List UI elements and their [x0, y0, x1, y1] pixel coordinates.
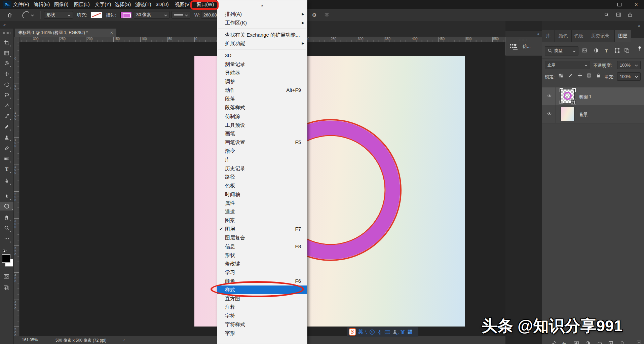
menubar-item-9[interactable]: 视图(V)	[175, 0, 191, 9]
layer-thumbnail[interactable]	[561, 107, 575, 121]
menu-item-14[interactable]: 仿制源	[217, 112, 307, 121]
menu-item-26[interactable]: 图案	[217, 216, 307, 225]
visibility-eye-icon[interactable]	[546, 112, 553, 118]
layer-name[interactable]: 背景	[579, 112, 588, 118]
menu-item-2[interactable]: 工作区(K)▶	[217, 18, 307, 27]
status-chevron-icon[interactable]: ›	[123, 337, 125, 342]
collapse-toolbar-icon[interactable]: »	[3, 22, 6, 27]
keyboard-icon[interactable]	[384, 329, 390, 335]
eraser-tool[interactable]	[2, 144, 11, 152]
crop-tool[interactable]	[2, 38, 11, 47]
punct-icon[interactable]: ’,	[365, 330, 367, 335]
quick-mask-icon[interactable]	[3, 273, 10, 281]
tool-preset-picker[interactable]	[22, 11, 36, 18]
foreground-color-swatch[interactable]	[2, 254, 10, 263]
visibility-eye-icon[interactable]	[546, 94, 553, 100]
menubar-item-1[interactable]: 文件(F)	[13, 0, 29, 9]
lasso-tool[interactable]	[2, 90, 11, 99]
align-icon[interactable]	[324, 12, 329, 18]
menu-item-38[interactable]: 字符样式	[217, 320, 307, 329]
maximize-icon[interactable]	[611, 0, 628, 9]
menu-item-9[interactable]: 导航器	[217, 69, 307, 77]
menu-item-22[interactable]: 色板	[217, 181, 307, 190]
menu-item-16[interactable]: 画笔	[217, 129, 307, 138]
menu-item-19[interactable]: 库	[217, 155, 307, 164]
frame-tool[interactable]	[2, 49, 11, 58]
stroke-swatch[interactable]	[120, 12, 132, 18]
menu-item-20[interactable]: 历史记录	[217, 164, 307, 173]
group-icon[interactable]	[597, 341, 602, 344]
menu-item-15[interactable]: 工具预设	[217, 121, 307, 129]
pen-tool[interactable]	[2, 177, 11, 185]
menu-item-12[interactable]: 段落	[217, 94, 307, 103]
zoom-level[interactable]: 161.05%	[22, 338, 38, 342]
fill-input[interactable]: 100%	[617, 72, 641, 81]
layer-thumbnail[interactable]	[561, 89, 575, 103]
more-tools[interactable]	[2, 234, 11, 243]
collapse-dock-icon[interactable]: »	[638, 23, 640, 28]
lock-pixels-icon[interactable]	[568, 73, 573, 79]
clone-stamp-tool[interactable]	[2, 133, 11, 142]
workspace-icon[interactable]	[616, 12, 621, 18]
gradient-tool[interactable]	[2, 154, 11, 163]
filter-type-icon[interactable]: T	[605, 48, 608, 54]
panel-tab-图层[interactable]: 图层	[615, 30, 631, 42]
menu-item-4[interactable]: 查找有关 Exchange 的扩展功能...	[217, 31, 307, 39]
share-icon[interactable]	[628, 12, 633, 18]
filter-image-icon[interactable]	[582, 48, 587, 54]
grip-icon[interactable]	[3, 32, 10, 34]
path-selection-tool[interactable]	[2, 192, 11, 200]
menu-item-21[interactable]: 路径	[217, 173, 307, 181]
mask-icon[interactable]	[574, 341, 579, 344]
lock-transparent-icon[interactable]	[558, 73, 563, 79]
skin-icon[interactable]	[400, 329, 405, 335]
menu-item-17[interactable]: 画笔设置F5	[217, 138, 307, 147]
close-tab-icon[interactable]: ×	[110, 30, 113, 35]
stroke-width-select[interactable]: 30 像素	[134, 11, 169, 18]
menubar-item-7[interactable]: 滤镜(T)	[135, 0, 151, 9]
filter-smart-object-icon[interactable]	[624, 48, 630, 54]
new-layer-icon[interactable]	[608, 341, 613, 344]
layer-row[interactable]: 背景	[542, 105, 644, 123]
mic-icon[interactable]	[377, 329, 382, 335]
document-tab[interactable]: 未标题-1 @ 161% (椭圆 1, RGB/8#) * ×	[15, 29, 116, 37]
menu-item-29[interactable]: 信息F8	[217, 242, 307, 251]
screen-mode-icon[interactable]	[3, 285, 10, 292]
trash-icon[interactable]	[619, 341, 625, 344]
menu-item-33[interactable]: 颜色F6	[217, 277, 307, 285]
lock-all-icon[interactable]	[596, 73, 601, 79]
link-icon[interactable]	[551, 341, 556, 344]
menubar-item-5[interactable]: 文字(Y)	[95, 0, 111, 9]
menu-item-39[interactable]: 字形	[217, 329, 307, 338]
menu-item-27[interactable]: ✔图层F7	[217, 225, 307, 233]
marquee-tool[interactable]	[2, 80, 11, 89]
menu-item-5[interactable]: 扩展功能▶	[217, 39, 307, 48]
vertical-ruler[interactable]: 050100150200250300350400450500	[13, 42, 20, 336]
menu-item-25[interactable]: 通道	[217, 207, 307, 216]
grip-icon[interactable]	[519, 39, 527, 40]
menubar-item-6[interactable]: 选择(S)	[115, 0, 131, 9]
toolbox-icon[interactable]	[407, 329, 413, 335]
eyedropper-tool[interactable]	[2, 112, 11, 120]
layer-row[interactable]: 椭圆 1	[542, 87, 644, 106]
zoom-tool[interactable]	[2, 224, 11, 232]
filter-adjustment-icon[interactable]	[594, 48, 599, 54]
fx-icon[interactable]: fx	[562, 341, 566, 344]
menu-item-30[interactable]: 形状	[217, 251, 307, 260]
hand-tool[interactable]	[2, 213, 11, 222]
layer-filter-select[interactable]: 类型	[545, 46, 578, 55]
adjustment-icon[interactable]	[585, 341, 591, 344]
lang-icon[interactable]: 英	[358, 329, 363, 335]
menubar-item-8[interactable]: 3D(D)	[156, 0, 169, 9]
menu-item-28[interactable]: 图层复合	[217, 233, 307, 242]
expand-panels-icon[interactable]: »	[537, 32, 539, 36]
close-icon[interactable]: ×	[628, 0, 644, 9]
menu-item-37[interactable]: 字符	[217, 311, 307, 320]
clone-source-collapsed-panel[interactable]: 仿...	[505, 37, 542, 55]
menu-item-24[interactable]: 属性	[217, 199, 307, 207]
menu-item-1[interactable]: 排列(A)▶	[217, 10, 307, 18]
menubar-item-2[interactable]: 编辑(E)	[34, 0, 50, 9]
sogou-logo[interactable]: S	[349, 328, 356, 336]
menu-item-10[interactable]: 调整	[217, 77, 307, 86]
filter-toggle-icon[interactable]	[637, 46, 642, 53]
